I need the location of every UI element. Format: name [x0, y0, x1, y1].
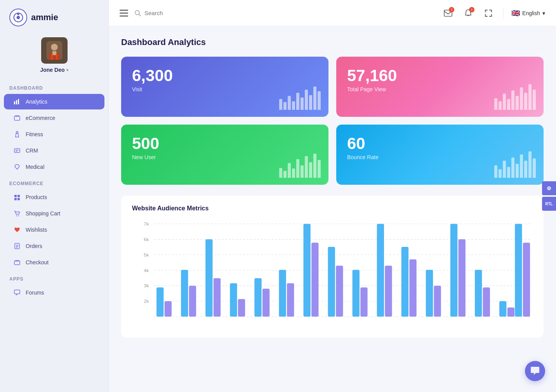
logo-area: ammie — [0, 0, 108, 33]
stat-number-visit: 6,300 — [132, 68, 318, 84]
user-name[interactable]: Jone Deo ▾ — [40, 67, 68, 73]
svg-rect-77 — [483, 287, 490, 316]
svg-point-2 — [17, 13, 19, 15]
svg-rect-13 — [16, 115, 17, 117]
svg-rect-51 — [165, 301, 172, 317]
crm-icon — [13, 147, 21, 154]
svg-rect-7 — [51, 54, 52, 60]
svg-rect-67 — [360, 287, 367, 316]
sidebar-item-analytics-label: Analytics — [26, 99, 47, 105]
svg-rect-22 — [17, 198, 20, 200]
sidebar-item-wishlists-label: Wishlists — [26, 227, 47, 233]
svg-rect-19 — [14, 195, 17, 197]
ecommerce-section-label: eCommerce — [0, 175, 108, 189]
bar-chart-svg: 7k 6k 5k 4k 3k 2k — [132, 220, 533, 328]
svg-text:3k: 3k — [144, 283, 149, 289]
user-section: Jone Deo ▾ — [0, 33, 108, 80]
checkout-icon — [13, 258, 21, 266]
fullscreen-button[interactable] — [481, 6, 495, 20]
header: 2 1 🇬🇧 English ▾ — [109, 0, 556, 26]
svg-rect-11 — [18, 99, 19, 104]
theme-settings-button[interactable]: ⚙ — [542, 181, 556, 195]
svg-rect-20 — [17, 195, 20, 197]
svg-rect-32 — [120, 10, 128, 11]
svg-rect-14 — [17, 115, 19, 117]
svg-rect-70 — [401, 247, 408, 317]
sidebar-item-orders[interactable]: Orders — [4, 238, 104, 254]
dashboard-section-label: Dashboard — [0, 80, 108, 93]
stat-card-visit: 6,300 Visit — [121, 57, 328, 117]
svg-text:6k: 6k — [144, 237, 149, 242]
sidebar-item-ecommerce-label: eCommerce — [26, 115, 55, 121]
svg-rect-57 — [238, 299, 245, 317]
language-selector[interactable]: 🇬🇧 English ▾ — [511, 9, 545, 17]
svg-rect-55 — [214, 278, 221, 317]
menu-toggle-button[interactable] — [120, 10, 128, 17]
medical-icon — [13, 163, 21, 171]
svg-rect-28 — [16, 247, 17, 248]
orders-icon — [13, 242, 21, 250]
wishlists-icon — [13, 226, 21, 234]
notification-button[interactable]: 1 — [461, 6, 475, 20]
svg-rect-68 — [377, 224, 384, 317]
sidebar-item-ecommerce[interactable]: eCommerce — [4, 110, 104, 126]
svg-rect-74 — [450, 224, 457, 317]
sidebar-item-shopping-cart[interactable]: Shopping Cart — [4, 206, 104, 221]
stat-chart-new-user — [279, 154, 321, 178]
svg-rect-16 — [14, 149, 20, 153]
sidebar-item-crm-label: CRM — [26, 147, 38, 154]
stat-card-page-view: 57,160 Total Page View — [336, 57, 544, 117]
stat-number-bounce-rate: 60 — [347, 135, 533, 152]
sidebar-item-checkout[interactable]: Checkout — [4, 255, 104, 270]
mail-button[interactable]: 2 — [441, 6, 455, 20]
svg-point-24 — [18, 215, 19, 216]
svg-rect-34 — [120, 16, 128, 17]
svg-rect-76 — [475, 270, 482, 317]
svg-rect-81 — [523, 243, 530, 317]
svg-rect-72 — [426, 270, 433, 317]
lang-chevron-icon: ▾ — [542, 10, 545, 16]
svg-point-23 — [16, 215, 17, 216]
svg-text:2k: 2k — [144, 299, 149, 304]
svg-rect-71 — [409, 259, 416, 317]
stat-chart-bounce-rate — [494, 151, 536, 178]
main-area: 2 1 🇬🇧 English ▾ Dashboard Analytics — [109, 0, 556, 392]
stats-grid: 6,300 Visit 57,160 — [121, 57, 544, 185]
svg-text:7k: 7k — [144, 221, 149, 227]
svg-rect-21 — [14, 198, 17, 200]
logo-icon — [9, 9, 27, 26]
avatar — [41, 37, 68, 64]
svg-rect-29 — [14, 261, 20, 265]
stat-chart-page-view — [494, 84, 536, 110]
svg-rect-69 — [385, 265, 392, 316]
fitness-icon — [13, 130, 21, 138]
header-divider — [503, 7, 504, 19]
sidebar-item-forums[interactable]: Forums — [4, 285, 104, 300]
svg-rect-78 — [499, 301, 506, 317]
floating-buttons: ⚙ RTL — [542, 181, 556, 211]
sidebar-item-analytics[interactable]: Analytics — [4, 94, 104, 109]
svg-rect-31 — [17, 260, 19, 262]
sidebar-item-medical[interactable]: Medical — [4, 159, 104, 175]
svg-rect-17 — [16, 150, 19, 151]
chat-button[interactable] — [525, 361, 545, 381]
search-bar — [134, 10, 435, 17]
stat-number-new-user: 500 — [132, 135, 318, 152]
sidebar-item-products[interactable]: Products — [4, 189, 104, 205]
chart-title: Website Audience Metrics — [132, 205, 533, 212]
svg-rect-26 — [16, 245, 18, 246]
sidebar: ammie Jone Deo ▾ Dashboard Analytics — [0, 0, 109, 392]
svg-rect-52 — [181, 270, 188, 317]
svg-rect-59 — [262, 289, 269, 317]
search-input[interactable] — [144, 10, 261, 16]
rtl-toggle-button[interactable]: RTL — [542, 197, 556, 211]
svg-point-15 — [16, 132, 18, 134]
svg-rect-18 — [16, 151, 17, 152]
svg-rect-60 — [279, 270, 286, 317]
svg-rect-10 — [16, 100, 17, 104]
sidebar-item-crm[interactable]: CRM — [4, 143, 104, 158]
stat-number-page-view: 57,160 — [347, 68, 533, 84]
sidebar-item-wishlists[interactable]: Wishlists — [4, 222, 104, 238]
apps-section-label: Apps — [0, 271, 108, 284]
sidebar-item-fitness[interactable]: Fitness — [4, 127, 104, 142]
